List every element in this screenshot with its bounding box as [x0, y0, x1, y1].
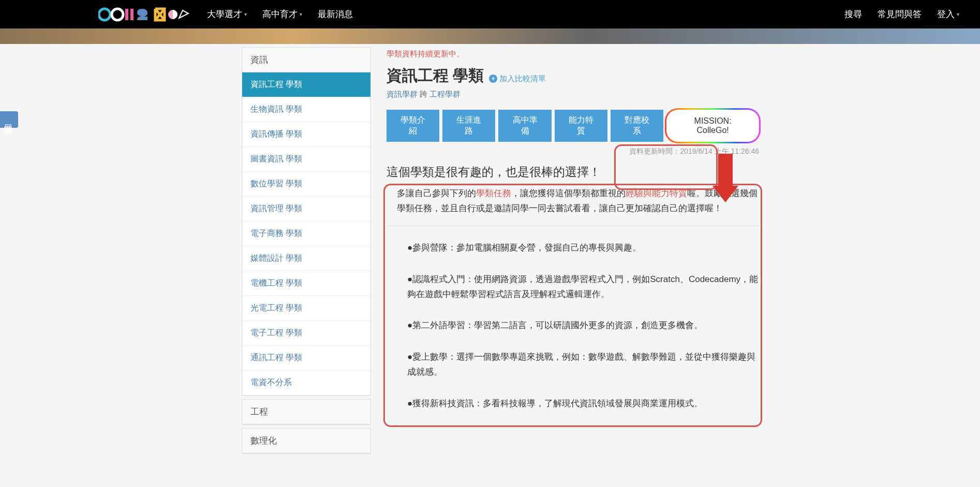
update-time: 資料更新時間：2019/6/14 上午 11:26:46 [387, 147, 759, 156]
sidebar-item[interactable]: 資訊工程 學類 [242, 72, 370, 97]
breadcrumb: 資訊學群 跨 工程學群 [387, 90, 759, 99]
update-notice: 學類資料持續更新中。 [387, 49, 759, 59]
tab-4[interactable]: 對應校系 [611, 110, 663, 142]
sidebar-group-title[interactable]: 數理化 [242, 429, 370, 453]
page-title: 資訊工程 學類 [387, 65, 484, 86]
sidebar-item[interactable]: 通訊工程 學類 [242, 346, 370, 371]
breadcrumb-link-2[interactable]: 工程學群 [429, 90, 461, 98]
sidebar-group-title[interactable]: 工程 [242, 400, 370, 424]
mission-item: ●第二外語學習：學習第二語言，可以研讀國外更多的資源，創造更多機會。 [407, 318, 759, 333]
svg-point-0 [99, 9, 110, 20]
nav-right-item-0[interactable]: 搜尋 [844, 8, 862, 20]
tab-0[interactable]: 學類介紹 [387, 110, 439, 142]
svg-rect-3 [130, 9, 133, 20]
divider [387, 226, 759, 226]
sidebar-item[interactable]: 生物資訊 學類 [242, 97, 370, 122]
content-title: 這個學類是很有趣的，也是很棒的選擇！ [387, 164, 759, 180]
expand-tab[interactable]: 展開 [0, 111, 18, 128]
mission-item: ●獲得新科技資訊：多看科技報導，了解現代資訊領域發展與商業運用模式。 [407, 396, 759, 411]
sidebar-item[interactable]: 媒體設計 學類 [242, 246, 370, 271]
sidebar-item[interactable]: 電資不分系 [242, 371, 370, 395]
highlight-mission: 學類任務 [476, 188, 511, 198]
content-subtitle: 多讓自己參與下列的學類任務，讓您獲得這個學類都重視的經驗與能力特質喔。鼓勵您選幾… [387, 186, 759, 216]
tab-mission[interactable]: MISSION: ColleGo! [666, 110, 759, 142]
title-row: 資訊工程 學類 加入比較清單 [387, 65, 759, 86]
nav-right-item-1[interactable]: 常見問與答 [878, 8, 922, 20]
tab-2[interactable]: 高中準備 [498, 110, 551, 142]
svg-rect-2 [125, 9, 128, 20]
mission-list: ●參與營隊：參加電腦相關夏令營，發掘自己的專長與興趣。●認識程式入門：使用網路資… [387, 241, 759, 411]
nav-item-0[interactable]: 大學選才 [207, 8, 247, 20]
main-content: 學類資料持續更新中。 資訊工程 學類 加入比較清單 資訊學群 跨 工程學群 學類… [387, 44, 759, 457]
sidebar-group: 數理化 [242, 428, 371, 454]
header-bar: 大學選才高中育才最新消息 搜尋常見問與答登入 [0, 0, 980, 28]
mission-item: ●認識程式入門：使用網路資源，透過遊戲學習程式入門，例如Scratch、Code… [407, 272, 759, 302]
sidebar-item[interactable]: 數位學習 學類 [242, 172, 370, 197]
sidebar-group-title[interactable]: 資訊 [242, 48, 370, 72]
sidebar: 資訊資訊工程 學類生物資訊 學類資訊傳播 學類圖書資訊 學類數位學習 學類資訊管… [242, 47, 371, 457]
nav-item-2[interactable]: 最新消息 [318, 8, 353, 20]
sidebar-group: 資訊資訊工程 學類生物資訊 學類資訊傳播 學類圖書資訊 學類數位學習 學類資訊管… [242, 47, 371, 396]
mission-item: ●參與營隊：參加電腦相關夏令營，發掘自己的專長與興趣。 [407, 241, 759, 256]
add-compare-button[interactable]: 加入比較清單 [489, 74, 546, 84]
nav-right: 搜尋常見問與答登入 [844, 8, 959, 20]
nav-item-1[interactable]: 高中育才 [262, 8, 302, 20]
sidebar-group: 工程 [242, 399, 371, 425]
nav-right-item-2[interactable]: 登入 [937, 8, 959, 20]
site-logo[interactable] [98, 6, 191, 23]
banner-image [0, 28, 980, 44]
highlight-ability: 經驗與能力特質 [626, 188, 687, 198]
tabs: 學類介紹生涯進路高中準備能力特質對應校系MISSION: ColleGo! [387, 110, 759, 142]
sidebar-item[interactable]: 電子商務 學類 [242, 222, 370, 246]
annotation-arrow-icon [712, 154, 738, 208]
svg-point-1 [112, 9, 123, 20]
sidebar-item[interactable]: 光電工程 學類 [242, 296, 370, 321]
sidebar-item[interactable]: 電機工程 學類 [242, 271, 370, 296]
breadcrumb-link-1[interactable]: 資訊學群 [387, 90, 418, 98]
sidebar-item[interactable]: 資訊管理 學類 [242, 197, 370, 222]
sidebar-item[interactable]: 電子工程 學類 [242, 321, 370, 346]
sidebar-item[interactable]: 圖書資訊 學類 [242, 147, 370, 172]
tab-3[interactable]: 能力特質 [555, 110, 607, 142]
sidebar-item[interactable]: 資訊傳播 學類 [242, 122, 370, 147]
mission-item: ●愛上數學：選擇一個數學專題來挑戰，例如：數學遊戲、解數學難題，並從中獲得樂趣與… [407, 350, 759, 380]
nav-main: 大學選才高中育才最新消息 [207, 8, 844, 20]
tab-1[interactable]: 生涯進路 [442, 110, 495, 142]
